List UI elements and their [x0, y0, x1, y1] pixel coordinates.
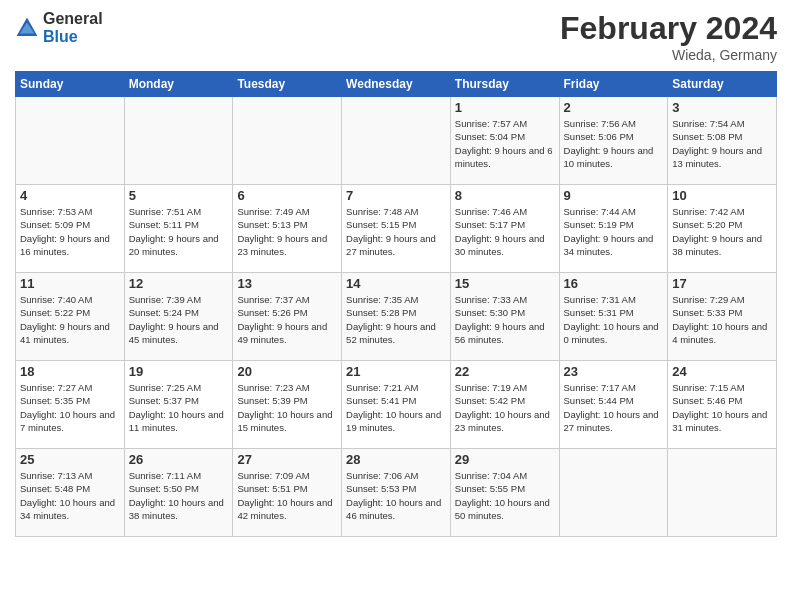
day-info: Sunrise: 7:06 AM Sunset: 5:53 PM Dayligh… — [346, 469, 446, 522]
col-saturday: Saturday — [668, 72, 777, 97]
day-info: Sunrise: 7:49 AM Sunset: 5:13 PM Dayligh… — [237, 205, 337, 258]
day-number: 23 — [564, 364, 664, 379]
day-number: 20 — [237, 364, 337, 379]
logo-general-label: General — [43, 10, 103, 28]
table-row: 13Sunrise: 7:37 AM Sunset: 5:26 PM Dayli… — [233, 273, 342, 361]
col-thursday: Thursday — [450, 72, 559, 97]
table-row: 2Sunrise: 7:56 AM Sunset: 5:06 PM Daylig… — [559, 97, 668, 185]
week-row-4: 18Sunrise: 7:27 AM Sunset: 5:35 PM Dayli… — [16, 361, 777, 449]
table-row: 19Sunrise: 7:25 AM Sunset: 5:37 PM Dayli… — [124, 361, 233, 449]
logo-blue-label: Blue — [43, 28, 103, 46]
day-number: 15 — [455, 276, 555, 291]
day-info: Sunrise: 7:29 AM Sunset: 5:33 PM Dayligh… — [672, 293, 772, 346]
day-number: 10 — [672, 188, 772, 203]
table-row — [16, 97, 125, 185]
page-container: General Blue February 2024 Wieda, German… — [0, 0, 792, 547]
day-info: Sunrise: 7:11 AM Sunset: 5:50 PM Dayligh… — [129, 469, 229, 522]
day-info: Sunrise: 7:42 AM Sunset: 5:20 PM Dayligh… — [672, 205, 772, 258]
day-number: 24 — [672, 364, 772, 379]
table-row: 17Sunrise: 7:29 AM Sunset: 5:33 PM Dayli… — [668, 273, 777, 361]
day-info: Sunrise: 7:33 AM Sunset: 5:30 PM Dayligh… — [455, 293, 555, 346]
title-area: February 2024 Wieda, Germany — [560, 10, 777, 63]
day-info: Sunrise: 7:46 AM Sunset: 5:17 PM Dayligh… — [455, 205, 555, 258]
day-number: 25 — [20, 452, 120, 467]
day-number: 29 — [455, 452, 555, 467]
table-row — [559, 449, 668, 537]
day-info: Sunrise: 7:39 AM Sunset: 5:24 PM Dayligh… — [129, 293, 229, 346]
day-number: 17 — [672, 276, 772, 291]
day-number: 26 — [129, 452, 229, 467]
table-row: 14Sunrise: 7:35 AM Sunset: 5:28 PM Dayli… — [342, 273, 451, 361]
day-info: Sunrise: 7:40 AM Sunset: 5:22 PM Dayligh… — [20, 293, 120, 346]
table-row — [668, 449, 777, 537]
day-number: 18 — [20, 364, 120, 379]
day-info: Sunrise: 7:04 AM Sunset: 5:55 PM Dayligh… — [455, 469, 555, 522]
table-row: 26Sunrise: 7:11 AM Sunset: 5:50 PM Dayli… — [124, 449, 233, 537]
table-row: 18Sunrise: 7:27 AM Sunset: 5:35 PM Dayli… — [16, 361, 125, 449]
day-number: 6 — [237, 188, 337, 203]
table-row — [233, 97, 342, 185]
table-row: 27Sunrise: 7:09 AM Sunset: 5:51 PM Dayli… — [233, 449, 342, 537]
page-header: General Blue February 2024 Wieda, German… — [15, 10, 777, 63]
week-row-5: 25Sunrise: 7:13 AM Sunset: 5:48 PM Dayli… — [16, 449, 777, 537]
table-row: 4Sunrise: 7:53 AM Sunset: 5:09 PM Daylig… — [16, 185, 125, 273]
day-number: 16 — [564, 276, 664, 291]
day-number: 14 — [346, 276, 446, 291]
table-row: 8Sunrise: 7:46 AM Sunset: 5:17 PM Daylig… — [450, 185, 559, 273]
day-number: 13 — [237, 276, 337, 291]
location-label: Wieda, Germany — [560, 47, 777, 63]
col-sunday: Sunday — [16, 72, 125, 97]
table-row: 16Sunrise: 7:31 AM Sunset: 5:31 PM Dayli… — [559, 273, 668, 361]
table-row: 11Sunrise: 7:40 AM Sunset: 5:22 PM Dayli… — [16, 273, 125, 361]
table-row: 5Sunrise: 7:51 AM Sunset: 5:11 PM Daylig… — [124, 185, 233, 273]
day-info: Sunrise: 7:44 AM Sunset: 5:19 PM Dayligh… — [564, 205, 664, 258]
day-info: Sunrise: 7:09 AM Sunset: 5:51 PM Dayligh… — [237, 469, 337, 522]
week-row-3: 11Sunrise: 7:40 AM Sunset: 5:22 PM Dayli… — [16, 273, 777, 361]
table-row: 22Sunrise: 7:19 AM Sunset: 5:42 PM Dayli… — [450, 361, 559, 449]
table-row: 3Sunrise: 7:54 AM Sunset: 5:08 PM Daylig… — [668, 97, 777, 185]
day-number: 21 — [346, 364, 446, 379]
day-info: Sunrise: 7:23 AM Sunset: 5:39 PM Dayligh… — [237, 381, 337, 434]
day-info: Sunrise: 7:35 AM Sunset: 5:28 PM Dayligh… — [346, 293, 446, 346]
day-number: 1 — [455, 100, 555, 115]
table-row: 10Sunrise: 7:42 AM Sunset: 5:20 PM Dayli… — [668, 185, 777, 273]
day-number: 8 — [455, 188, 555, 203]
table-row: 29Sunrise: 7:04 AM Sunset: 5:55 PM Dayli… — [450, 449, 559, 537]
table-row — [124, 97, 233, 185]
table-row: 21Sunrise: 7:21 AM Sunset: 5:41 PM Dayli… — [342, 361, 451, 449]
table-row: 6Sunrise: 7:49 AM Sunset: 5:13 PM Daylig… — [233, 185, 342, 273]
logo-icon — [15, 16, 39, 40]
day-number: 4 — [20, 188, 120, 203]
day-info: Sunrise: 7:31 AM Sunset: 5:31 PM Dayligh… — [564, 293, 664, 346]
table-row — [342, 97, 451, 185]
day-number: 11 — [20, 276, 120, 291]
day-number: 12 — [129, 276, 229, 291]
table-row: 9Sunrise: 7:44 AM Sunset: 5:19 PM Daylig… — [559, 185, 668, 273]
day-number: 27 — [237, 452, 337, 467]
table-row: 24Sunrise: 7:15 AM Sunset: 5:46 PM Dayli… — [668, 361, 777, 449]
table-row: 28Sunrise: 7:06 AM Sunset: 5:53 PM Dayli… — [342, 449, 451, 537]
table-row: 7Sunrise: 7:48 AM Sunset: 5:15 PM Daylig… — [342, 185, 451, 273]
table-row: 20Sunrise: 7:23 AM Sunset: 5:39 PM Dayli… — [233, 361, 342, 449]
day-info: Sunrise: 7:56 AM Sunset: 5:06 PM Dayligh… — [564, 117, 664, 170]
week-row-1: 1Sunrise: 7:57 AM Sunset: 5:04 PM Daylig… — [16, 97, 777, 185]
table-row: 25Sunrise: 7:13 AM Sunset: 5:48 PM Dayli… — [16, 449, 125, 537]
day-info: Sunrise: 7:57 AM Sunset: 5:04 PM Dayligh… — [455, 117, 555, 170]
day-info: Sunrise: 7:13 AM Sunset: 5:48 PM Dayligh… — [20, 469, 120, 522]
table-row: 23Sunrise: 7:17 AM Sunset: 5:44 PM Dayli… — [559, 361, 668, 449]
day-number: 5 — [129, 188, 229, 203]
day-info: Sunrise: 7:37 AM Sunset: 5:26 PM Dayligh… — [237, 293, 337, 346]
day-info: Sunrise: 7:48 AM Sunset: 5:15 PM Dayligh… — [346, 205, 446, 258]
logo-text: General Blue — [43, 10, 103, 46]
day-info: Sunrise: 7:21 AM Sunset: 5:41 PM Dayligh… — [346, 381, 446, 434]
week-row-2: 4Sunrise: 7:53 AM Sunset: 5:09 PM Daylig… — [16, 185, 777, 273]
day-info: Sunrise: 7:17 AM Sunset: 5:44 PM Dayligh… — [564, 381, 664, 434]
table-row: 15Sunrise: 7:33 AM Sunset: 5:30 PM Dayli… — [450, 273, 559, 361]
day-info: Sunrise: 7:19 AM Sunset: 5:42 PM Dayligh… — [455, 381, 555, 434]
day-number: 3 — [672, 100, 772, 115]
day-number: 28 — [346, 452, 446, 467]
logo: General Blue — [15, 10, 103, 46]
day-number: 19 — [129, 364, 229, 379]
col-friday: Friday — [559, 72, 668, 97]
day-info: Sunrise: 7:51 AM Sunset: 5:11 PM Dayligh… — [129, 205, 229, 258]
